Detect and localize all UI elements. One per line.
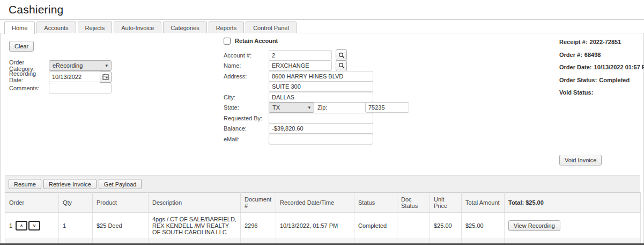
col-description: Description [149,193,241,213]
cell-recorded-datetime: 10/13/2022, 01:57 PM [276,213,354,239]
tab-home[interactable]: Home [4,21,35,34]
order-number: Order #:68498 [559,52,641,58]
cell-qty: 1 [59,213,93,239]
comments-label: Comments: [9,85,49,91]
zip-label: Zip: [317,104,362,111]
order-sequence: 1 [9,222,12,229]
retain-account-label: Retain Account [235,38,278,44]
home-tab-panel: Clear Order Category: eRecording ▾ Recor… [0,33,644,243]
tab-auto-invoice[interactable]: Auto-Invoice [114,21,161,33]
resume-button[interactable]: Resume [9,179,41,189]
order-status: Order Status:Completed [559,77,641,83]
tab-accounts[interactable]: Accounts [36,21,76,33]
search-icon [338,62,345,69]
requested-by-label: Requested By: [224,115,269,121]
name-input[interactable] [269,60,332,71]
cell-unit-price: $25.00 [430,213,462,239]
account-number-label: Account #: [224,52,269,59]
chevron-down-icon: ▾ [105,63,108,68]
order-category-select[interactable]: eRecording ▾ [49,60,112,71]
search-icon [338,52,345,59]
col-status: Status [354,193,397,213]
email-label: eMail: [224,136,269,142]
col-document-number: Document # [241,193,276,213]
order-category-value: eRecording [53,62,83,69]
account-form: Retain Account Account #: Name: [224,37,409,145]
tab-rejects[interactable]: Rejects [78,21,113,33]
order-options-form: Clear Order Category: eRecording ▾ Recor… [9,41,112,94]
city-input[interactable] [269,92,373,103]
order-detail-panel: Resume Retrieve Invoice Get Payload Orde… [5,175,640,245]
col-qty: Qty [59,193,93,213]
requested-by-input[interactable] [269,113,373,124]
receipt-info: Receipt #:2022-72851 Order #:68498 Order… [559,39,641,102]
recording-date-label: Recording Date: [9,70,49,83]
col-total-amount: Total Amount [462,193,505,213]
tab-categories[interactable]: Categories [163,21,206,33]
state-label: State: [224,104,269,111]
order-toolbar: Resume Retrieve Invoice Get Payload [5,175,640,192]
zip-input[interactable] [365,102,409,113]
address-line1-input[interactable] [269,71,373,82]
get-payload-button[interactable]: Get Payload [99,179,142,189]
view-recording-button[interactable]: View Recording [508,220,560,231]
tab-bar: Home Accounts Rejects Auto-Invoice Categ… [4,21,297,34]
email-input[interactable] [269,134,373,145]
order-date: Order Date:10/13/2022 01:57 PM [559,64,641,70]
balance-label: Balance: [224,125,269,132]
void-status: Void Status: [559,89,641,96]
tab-reports[interactable]: Reports [209,21,245,33]
tab-control-panel[interactable]: Control Panel [246,21,297,33]
account-search-button[interactable] [336,49,347,61]
name-search-button[interactable] [336,60,347,71]
name-label: Name: [224,62,269,69]
void-invoice-button[interactable]: Void Invoice [559,155,602,165]
calendar-icon [102,74,109,80]
cashiering-screen: Cashiering Home Accounts Rejects Auto-In… [0,0,644,245]
comments-input[interactable] [49,83,112,93]
title-divider [0,19,644,20]
table-header-row: Order Qty Product Description Document #… [5,193,641,213]
city-label: City: [224,94,269,100]
cell-total-amount: $25.00 [462,213,505,239]
clear-button[interactable]: Clear [9,41,34,52]
col-unit-price: Unit Price [430,193,462,213]
cell-status: Completed [354,213,397,239]
balance-input[interactable] [269,123,373,134]
retrieve-invoice-button[interactable]: Retrieve Invoice [43,179,97,189]
state-select[interactable]: TX ▾ [269,102,314,113]
table-row: 1 ∧ ∨ 1 $25 Deed 4pgs / CT OF SALE/BARFI… [5,213,641,239]
account-number-input[interactable] [269,50,332,61]
receipt-number: Receipt #:2022-72851 [559,39,641,45]
cell-document-number: 2296 [241,213,276,239]
chevron-down-icon: ▾ [308,105,310,110]
address-label: Address: [224,73,269,80]
move-down-button[interactable]: ∨ [28,221,40,230]
order-items-table: Order Qty Product Description Document #… [5,192,641,245]
retain-account-checkbox[interactable] [224,38,231,45]
cell-description: 4pgs / CT OF SALE/BARFIELD, REX KENDELL … [149,213,241,239]
move-up-button[interactable]: ∧ [16,221,27,230]
recording-date-input[interactable] [49,71,100,82]
cell-product: $25 Deed [93,213,149,239]
col-doc-status: Doc Status [397,193,430,213]
cell-doc-status [397,213,430,239]
state-value: TX [272,104,280,111]
page-title: Cashiering [9,3,63,16]
table-total: Total: $25.00 [505,193,641,213]
col-product: Product [93,193,149,213]
col-recorded-datetime: Recorded Date/Time [276,193,354,213]
address-line2-input[interactable] [269,81,373,92]
calendar-button[interactable] [100,71,112,83]
col-order: Order [5,193,59,213]
